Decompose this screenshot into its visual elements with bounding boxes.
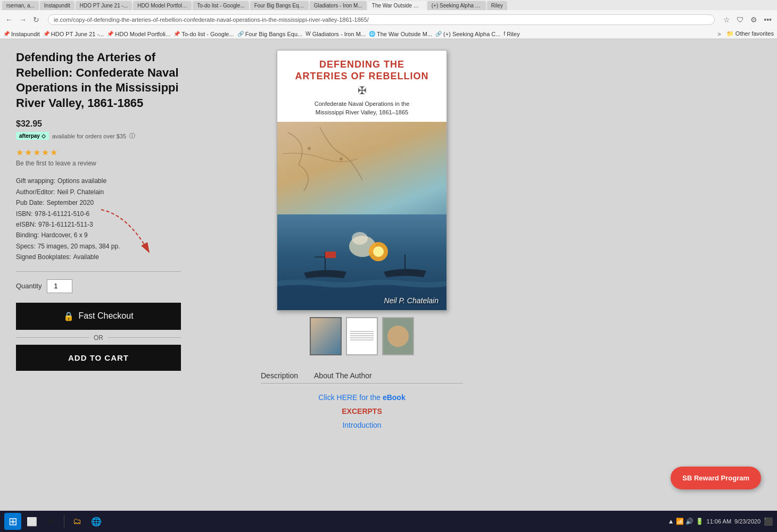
or-label: OR [94,334,103,342]
svg-point-3 [352,232,368,245]
bookmark-riley[interactable]: f Riley [503,31,519,37]
more-bookmarks[interactable]: > [717,31,721,37]
tab-riley[interactable]: Riley [487,1,507,10]
divider-1 [16,271,181,272]
star-rating: ★★★★★ [16,147,181,157]
bookmark-hdo-model[interactable]: 📌 HDO Model Portfoli... [107,31,170,37]
meta-author: Author/Editor: Neil P. Chatelain [16,187,181,197]
meta-eisbn: eISBN: 978-1-61121-511-3 [16,219,181,230]
add-to-cart-button[interactable]: ADD TO CART [16,345,181,371]
bookmark-icon-4: 📌 [173,31,180,37]
text-line-2 [350,333,374,334]
text-line-4 [350,337,374,338]
tab-rseman[interactable]: rseman, a... [2,1,39,10]
svg-point-1 [340,157,343,161]
bookmark-icon-9: f [503,31,505,37]
bookmark-hdo-pt[interactable]: 📌 HDO PT June 21 -... [43,31,104,37]
excerpts-link[interactable]: EXCERPTS [261,407,463,415]
bookmark-gladiators[interactable]: W Gladiators - Iron M... [305,31,366,37]
introduction-link[interactable]: Introduction [261,421,463,429]
afterpay-badge: afterpay ◇ [16,132,49,140]
address-bar[interactable]: ie.com/copy-of-defending-the-arteries-of… [48,14,715,25]
text-line-5 [350,339,374,340]
thumb-text-image [347,318,377,354]
bookmark-four-big[interactable]: 🔗 Four Big Bangs Equ... [237,31,303,37]
tab-description[interactable]: Description [261,368,298,383]
book-cover-top: DEFENDING THE ARTERIES OF REBELLION ✠ Co… [277,51,447,122]
book-cover-map: Neil P. Chatelain [277,122,447,310]
lock-icon: 🔒 [63,311,74,321]
bookmark-star[interactable]: ☆ [721,14,732,25]
tab-about-author[interactable]: About The Author [314,368,372,383]
description-section: Description About The Author Click HERE … [261,368,463,429]
browser-chrome: rseman, a... Instapundit HDO PT June 21 … [0,0,777,39]
thumb-author-image [383,318,413,354]
bookmark-war-outside[interactable]: 🌐 The War Outside M... [369,31,432,37]
book-cover-container: DEFENDING THE ARTERIES OF REBELLION ✠ Co… [197,50,527,429]
battle-scene-svg [277,214,447,310]
review-link[interactable]: Be the first to leave a review [16,160,181,167]
tab-war-outside[interactable]: The War Outside M... [368,1,426,10]
extensions-icon[interactable]: ⚙ [748,14,759,25]
text-lines [350,331,374,342]
bookmark-icon-3: 📌 [107,31,113,37]
svg-rect-8 [325,252,336,258]
svg-point-0 [308,147,311,150]
other-favorites[interactable]: 📁 Other favorites [726,30,774,37]
tab-instapundit[interactable]: Instapundit [40,1,75,10]
right-column: DEFENDING THE ARTERIES OF REBELLION ✠ Co… [197,50,527,429]
sb-reward-button[interactable]: SB Reward Program [671,467,761,476]
bookmark-icon-2: 📌 [43,31,49,37]
battle-scene: Neil P. Chatelain [277,214,447,310]
fast-checkout-label: Fast Checkout [78,311,133,321]
thumbnail-row [310,317,414,355]
ebook-text: eBook [383,393,406,402]
book-cover-image[interactable]: DEFENDING THE ARTERIES OF REBELLION ✠ Co… [277,50,447,311]
afterpay-info-icon[interactable]: ⓘ [129,132,135,140]
thumbnail-2[interactable] [346,317,378,355]
meta-specs: Specs: 75 images, 20 maps, 384 pp. [16,241,181,252]
fast-checkout-button[interactable]: 🔒 Fast Checkout [16,303,181,330]
bookmark-seeking-alpha[interactable]: 🔗 (+) Seeking Alpha C... [435,31,500,37]
author-photo [387,326,409,347]
page-content: Defending the Arteries of Rebellion: Con… [0,39,777,476]
book-cover-title-line2: ARTERIES OF REBELLION [288,71,436,82]
browser-toolbar: ← → ↻ ie.com/copy-of-defending-the-arter… [0,10,777,29]
quantity-label: Quantity [16,282,42,290]
tabs-bar: rseman, a... Instapundit HDO PT June 21 … [0,0,777,10]
back-button[interactable]: ← [3,14,15,25]
thumbnail-1[interactable] [310,317,342,355]
refresh-button[interactable]: ↻ [31,14,42,25]
tab-seeking-alpha[interactable]: (+) Seeking Alpha C... [427,1,486,10]
meta-signed-bookplates: Signed Bookplates: Available [16,252,181,262]
forward-button[interactable]: → [17,14,29,25]
thumbnail-3[interactable] [382,317,414,355]
description-tab-bar: Description About The Author [261,368,463,384]
bookmark-icon-6: W [305,31,310,37]
afterpay-text: available for orders over $35 [52,133,126,139]
bookmark-instapundit[interactable]: 📌 Instapundit [3,31,40,37]
product-layout: Defending the Arteries of Rebellion: Con… [16,50,527,429]
thumb-cover-image [311,318,341,354]
bookmarks-bar: 📌 Instapundit 📌 HDO PT June 21 -... 📌 HD… [0,29,777,39]
tab-hdo-pt[interactable]: HDO PT June 21 -... [76,1,132,10]
meta-pub-date: Pub Date: September 2020 [16,197,181,208]
shield-icon[interactable]: 🛡 [734,14,746,25]
or-divider: OR [16,334,181,342]
quantity-input[interactable] [47,279,72,293]
product-title: Defending the Arteries of Rebellion: Con… [16,50,181,111]
ebook-link[interactable]: Click HERE for the eBook [261,393,463,402]
cross-icon: ✠ [288,84,436,97]
bookmark-todo[interactable]: 📌 To-do list - Google... [173,31,234,37]
book-cover-subtitle: Confederate Naval Operations in theMissi… [288,100,436,117]
text-line-1 [350,331,374,332]
click-here-text: Click HERE for the [318,393,383,402]
tab-hdo-model[interactable]: HDO Model Portfoli... [133,1,192,10]
bookmark-icon-7: 🌐 [369,31,375,37]
browser-menu[interactable]: ••• [762,14,774,25]
left-column: Defending the Arteries of Rebellion: Con… [16,50,181,429]
tab-four-big[interactable]: Four Big Bangs Equ... [250,1,309,10]
tab-gladiators[interactable]: Gladiators - Iron M... [310,1,367,10]
tab-todo[interactable]: To-do list - Google... [193,1,249,10]
svg-point-5 [373,246,384,257]
